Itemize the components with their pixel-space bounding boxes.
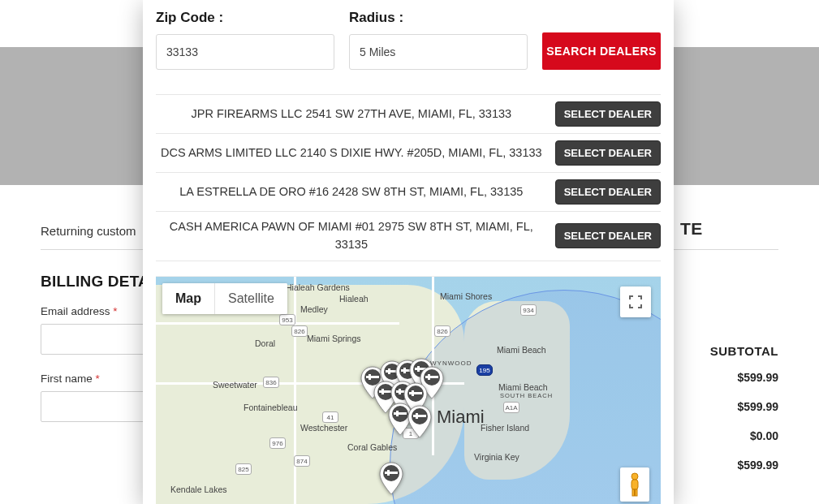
map-shield: 826 bbox=[291, 325, 308, 337]
map-shield: 976 bbox=[269, 437, 286, 449]
svg-rect-20 bbox=[399, 389, 401, 394]
map-label-miami-beach: Miami Beach bbox=[497, 345, 546, 355]
dealer-text: JPR FIREARMS LLC 2541 SW 27TH AVE, MIAMI… bbox=[156, 106, 547, 123]
map-shield: 836 bbox=[263, 377, 279, 388]
map-label-doral: Doral bbox=[255, 338, 275, 348]
map-shield: 41 bbox=[322, 411, 338, 423]
zip-label: Zip Code : bbox=[156, 10, 334, 26]
map-label-south-beach: SOUTH BEACH bbox=[500, 392, 553, 399]
svg-rect-31 bbox=[385, 472, 398, 474]
map-shield: 953 bbox=[279, 314, 295, 325]
map-label-hialeah: Hialeah bbox=[339, 294, 369, 304]
fullscreen-button[interactable] bbox=[620, 286, 651, 317]
amount: $599.99 bbox=[710, 459, 778, 472]
svg-rect-2 bbox=[369, 374, 371, 380]
map-label-westchester: Westchester bbox=[300, 423, 347, 433]
svg-rect-13 bbox=[425, 376, 438, 378]
map-label-miami-shores: Miami Shores bbox=[440, 291, 492, 301]
svg-rect-36 bbox=[636, 489, 638, 496]
dealer-row: JPR FIREARMS LLC 2541 SW 27TH AVE, MIAMI… bbox=[156, 95, 661, 134]
svg-rect-22 bbox=[409, 392, 422, 394]
pegman-icon bbox=[627, 472, 643, 497]
search-dealers-button[interactable]: SEARCH DEALERS bbox=[542, 32, 661, 70]
map-marker[interactable] bbox=[406, 405, 433, 439]
radius-select[interactable] bbox=[349, 34, 528, 70]
dealer-row: CASH AMERICA PAWN OF MIAMI #01 2975 SW 8… bbox=[156, 212, 661, 261]
svg-rect-1 bbox=[366, 376, 379, 378]
svg-rect-14 bbox=[428, 374, 430, 380]
subtotal-heading: SUBTOTAL bbox=[710, 344, 778, 358]
map-label-miami: Miami bbox=[437, 407, 485, 428]
map-marker[interactable] bbox=[377, 462, 405, 496]
pegman-button[interactable] bbox=[620, 467, 649, 502]
map-label-miami-beach2: Miami Beach bbox=[498, 382, 548, 392]
map-label-fontainebleau: Fontainebleau bbox=[244, 403, 298, 412]
dealer-row: DCS ARMS LIMITED LLC 2140 S DIXIE HWY. #… bbox=[156, 134, 661, 173]
map-shield: 825 bbox=[235, 463, 252, 475]
radius-label: Radius : bbox=[349, 10, 528, 26]
map-label-kendale-lakes: Kendale Lakes bbox=[170, 485, 226, 494]
map-shield: 826 bbox=[434, 325, 450, 337]
map-shield: 874 bbox=[294, 455, 310, 467]
svg-rect-29 bbox=[416, 413, 418, 419]
select-dealer-button[interactable]: SELECT DEALER bbox=[555, 179, 661, 205]
svg-rect-23 bbox=[412, 390, 414, 396]
map-label-virginia-key: Virginia Key bbox=[474, 452, 519, 462]
map-type-satellite-button[interactable]: Satellite bbox=[215, 283, 287, 314]
dealer-text: LA ESTRELLA DE ORO #16 2428 SW 8TH ST, M… bbox=[156, 183, 547, 201]
bg-partial-word: TE bbox=[680, 219, 702, 239]
dealer-list[interactable]: JPR FIREARMS LLC 2541 SW 27TH AVE, MIAMI… bbox=[156, 94, 661, 271]
svg-point-33 bbox=[631, 473, 638, 480]
map-type-map-button[interactable]: Map bbox=[162, 283, 214, 314]
dealer-locator-modal: Zip Code : Radius : SEARCH DEALERS JPR F… bbox=[143, 0, 674, 504]
dealer-text: CASH AMERICA PAWN OF MIAMI #01 2975 SW 8… bbox=[156, 218, 547, 254]
map-shield: A1A bbox=[503, 402, 519, 413]
map-label-coral-gables: Coral Gables bbox=[347, 442, 397, 452]
select-dealer-button[interactable]: SELECT DEALER bbox=[555, 101, 661, 127]
dealer-row: EL DIAMANTE JEWELRY AND PAWN 2300 W FLAG… bbox=[156, 261, 661, 272]
map-label-fisher-island: Fisher Island bbox=[481, 423, 529, 433]
amount: $0.00 bbox=[710, 429, 778, 442]
svg-rect-35 bbox=[632, 489, 635, 496]
svg-rect-26 bbox=[396, 411, 399, 416]
svg-rect-28 bbox=[413, 415, 426, 417]
zip-input[interactable] bbox=[156, 34, 334, 70]
dealer-text: EL DIAMANTE JEWELRY AND PAWN 2300 W FLAG… bbox=[156, 268, 547, 272]
svg-rect-17 bbox=[381, 389, 384, 394]
svg-rect-25 bbox=[394, 412, 407, 415]
map-label-sweetwater: Sweetwater bbox=[213, 380, 257, 390]
select-dealer-button[interactable]: SELECT DEALER bbox=[555, 223, 661, 248]
map-road bbox=[294, 277, 296, 504]
map-label-miami-springs: Miami Springs bbox=[307, 334, 361, 343]
fullscreen-icon bbox=[629, 295, 642, 308]
amount: $599.99 bbox=[710, 371, 778, 384]
map-type-control: Map Satellite bbox=[162, 283, 287, 314]
map-shield: 195 bbox=[476, 364, 493, 376]
svg-rect-8 bbox=[403, 368, 406, 373]
totals-column: SUBTOTAL $599.99 $599.99 $0.00 $599.99 bbox=[710, 344, 778, 488]
select-dealer-button[interactable]: SELECT DEALER bbox=[555, 140, 661, 166]
map-label-medley: Medley bbox=[300, 304, 328, 314]
svg-rect-5 bbox=[388, 368, 390, 374]
map-shield: 934 bbox=[520, 304, 537, 316]
svg-rect-34 bbox=[631, 480, 638, 489]
dealer-results: JPR FIREARMS LLC 2541 SW 27TH AVE, MIAMI… bbox=[156, 94, 661, 271]
map[interactable]: 953 826 836 41 825 826 976 874 1 195 934… bbox=[156, 276, 661, 504]
amount: $599.99 bbox=[710, 400, 778, 413]
dealer-row: LA ESTRELLA DE ORO #16 2428 SW 8TH ST, M… bbox=[156, 173, 661, 212]
search-row: Zip Code : Radius : SEARCH DEALERS bbox=[156, 0, 661, 76]
map-label-hialeah-gardens: Hialeah Gardens bbox=[286, 283, 350, 293]
svg-rect-32 bbox=[387, 470, 390, 476]
dealer-text: DCS ARMS LIMITED LLC 2140 S DIXIE HWY. #… bbox=[156, 144, 547, 162]
map-road bbox=[156, 322, 399, 325]
